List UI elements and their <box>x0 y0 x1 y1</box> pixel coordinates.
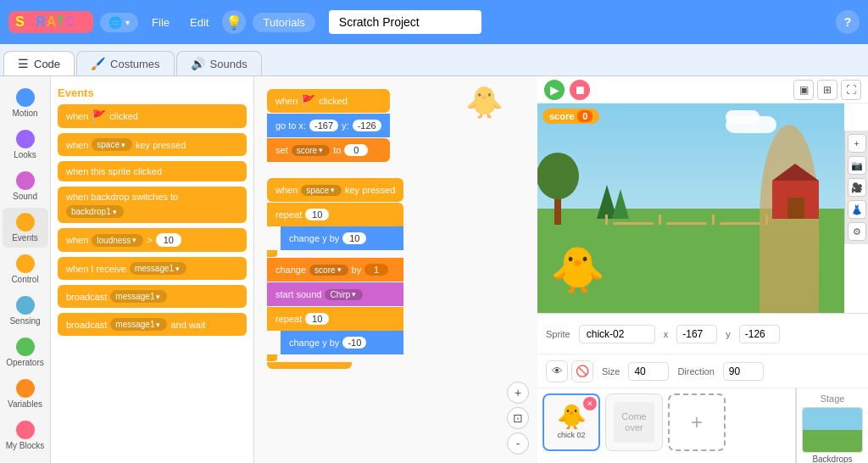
stage-section: Stage Backdrops 2 <box>796 388 868 463</box>
tab-sounds[interactable]: 🔊 Sounds <box>176 51 262 75</box>
help-button[interactable]: ? <box>836 10 860 34</box>
barn-body <box>772 181 819 219</box>
globe-arrow: ▾ <box>125 18 130 27</box>
category-looks[interactable]: Looks <box>3 125 48 165</box>
sprite-y-input[interactable] <box>739 325 780 343</box>
repeat2-close-notch <box>267 354 277 361</box>
globe-button[interactable]: 🌐 ▾ <box>100 13 138 32</box>
edit-menu[interactable]: Edit <box>183 13 215 32</box>
tutorials-light-icon: 💡 <box>222 10 246 34</box>
sprite-item-2[interactable]: Come over <box>605 393 663 451</box>
sprite-direction-input[interactable] <box>723 362 764 381</box>
stage-tool-video[interactable]: 🎥 <box>848 178 866 197</box>
sprite-list-area: ✕ 🐥 chick 02 Come over + Stage <box>537 388 868 463</box>
sounds-tab-icon: 🔊 <box>191 57 205 70</box>
score-display: score 0 <box>542 109 599 124</box>
category-sensing[interactable]: Sensing <box>3 291 48 331</box>
chick-stage-sprite: 🐥 <box>550 244 605 296</box>
code-tab-label: Code <box>34 58 60 70</box>
tutorials-button[interactable]: Tutorials <box>253 13 314 32</box>
tree <box>554 191 561 225</box>
sprite-x-input[interactable] <box>676 325 717 343</box>
script2-when-space[interactable]: when space key pressed <box>267 178 403 202</box>
script2-repeat2-header[interactable]: repeat 10 <box>267 307 403 331</box>
stop-button[interactable]: ⏹ <box>570 80 590 100</box>
script-area: when 🚩 clicked go to x: -167 y: -126 set… <box>254 76 537 463</box>
script2-change-y2[interactable]: change y by -10 <box>281 331 403 354</box>
block-when-sprite-clicked[interactable]: when this sprite clicked <box>58 161 247 181</box>
x-label: x <box>664 329 669 339</box>
sprites-section: ✕ 🐥 chick 02 Come over + <box>537 388 796 463</box>
category-events[interactable]: Events <box>3 208 48 248</box>
block-when-receive[interactable]: when I receive message1 <box>58 257 247 280</box>
sprite-controls-bar: 👁 🚫 Size Direction <box>537 354 868 388</box>
block-when-loudness[interactable]: when loudness > 10 <box>58 228 247 252</box>
sounds-tab-label: Sounds <box>210 58 248 70</box>
sprite-item-chick02[interactable]: ✕ 🐥 chick 02 <box>542 393 600 451</box>
tab-costumes[interactable]: 🖌️ Costumes <box>76 51 175 75</box>
sprite-delete-button[interactable]: ✕ <box>583 397 597 410</box>
add-sprite-button[interactable]: + <box>668 393 726 451</box>
script2-change-score[interactable]: change score by 1 <box>267 258 403 282</box>
category-operators[interactable]: Operators <box>3 332 48 372</box>
blocks-list: Events when 🚩 clicked when space key pre… <box>51 76 253 463</box>
sprite-size-input[interactable] <box>628 362 669 381</box>
script-set-score[interactable]: set score to 0 <box>267 138 390 162</box>
script-group-1: when 🚩 clicked go to x: -167 y: -126 set… <box>267 89 390 162</box>
sprite-label: Sprite <box>546 329 570 339</box>
zoom-out-button[interactable]: - <box>507 432 529 455</box>
fence <box>605 215 768 225</box>
script2-repeat-body: change y by 10 <box>281 226 403 250</box>
stage-small-view-button[interactable]: ▣ <box>793 80 814 100</box>
stage-fullscreen-button[interactable]: ⛶ <box>841 80 861 100</box>
block-broadcast[interactable]: broadcast message1 <box>58 285 247 308</box>
zoom-fit-button[interactable]: ⊡ <box>507 407 529 429</box>
stage-thumb-bg <box>803 408 862 452</box>
category-myblocks[interactable]: My Blocks <box>3 416 48 455</box>
sprite-items: ✕ 🐥 chick 02 Come over + <box>542 393 790 451</box>
stage-tool-settings[interactable]: ⚙ <box>848 222 866 241</box>
script-when-flag[interactable]: when 🚩 clicked <box>267 89 390 113</box>
script2-repeat-header[interactable]: repeat 10 <box>267 203 403 226</box>
sprite-name-label: chick 02 <box>557 431 585 439</box>
show-sprite-button[interactable]: 👁 <box>546 360 568 382</box>
hide-sprite-button[interactable]: 🚫 <box>571 360 593 382</box>
stage-thumbnail[interactable] <box>802 407 863 453</box>
script2-repeat-inner: repeat 10 change y by -10 <box>267 307 403 361</box>
script2-change-y[interactable]: change y by 10 <box>281 226 403 250</box>
block-when-key-pressed[interactable]: when space key pressed <box>58 133 247 156</box>
stage-tool-costume[interactable]: 👗 <box>848 200 866 219</box>
file-menu[interactable]: File <box>145 13 176 32</box>
block-broadcast-wait[interactable]: broadcast message1 and wait <box>58 313 247 336</box>
barn-roof <box>772 164 819 181</box>
tabs-bar: ☰ Code 🖌️ Costumes 🔊 Sounds <box>0 44 868 76</box>
stage-tool-expand[interactable]: + <box>848 134 866 153</box>
header: SCRATCH 🌐 ▾ File Edit 💡 Tutorials ? <box>0 0 868 44</box>
categories-list: Motion Looks Sound Events Control Sensin… <box>0 76 51 463</box>
barn <box>772 181 819 219</box>
main-area: Motion Looks Sound Events Control Sensin… <box>0 76 868 463</box>
category-control[interactable]: Control <box>3 249 48 289</box>
zoom-in-button[interactable]: + <box>507 382 529 404</box>
block-when-backdrop[interactable]: when backdrop switches to backdrop1 <box>58 187 247 223</box>
category-motion[interactable]: Motion <box>3 83 48 123</box>
blocks-panel: Motion Looks Sound Events Control Sensin… <box>0 76 254 463</box>
script-group-2: when space key pressed repeat 10 change … <box>267 178 403 369</box>
script2-start-sound[interactable]: start sound Chirp <box>267 282 403 306</box>
sprite-thumbnail: 🐥 <box>557 405 587 429</box>
sprite-name-input[interactable] <box>579 325 655 343</box>
tab-code[interactable]: ☰ Code <box>3 51 75 75</box>
script-go-to[interactable]: go to x: -167 y: -126 <box>267 114 390 137</box>
script2-repeat2-body: change y by -10 <box>281 331 403 354</box>
category-sound[interactable]: Sound <box>3 166 48 206</box>
costumes-tab-label: Costumes <box>110 58 160 70</box>
direction-label: Direction <box>677 366 714 377</box>
visibility-buttons: 👁 🚫 <box>546 360 593 382</box>
project-title-input[interactable] <box>329 10 481 34</box>
stage-tool-camera[interactable]: 📷 <box>848 156 866 175</box>
stage-normal-view-button[interactable]: ⊞ <box>817 80 837 100</box>
green-flag-button[interactable]: ▶ <box>544 80 565 100</box>
block-when-flag-clicked[interactable]: when 🚩 clicked <box>58 104 247 128</box>
script2-repeat-outer: repeat 10 change y by 10 <box>267 203 403 257</box>
category-variables[interactable]: Variables <box>3 374 48 414</box>
